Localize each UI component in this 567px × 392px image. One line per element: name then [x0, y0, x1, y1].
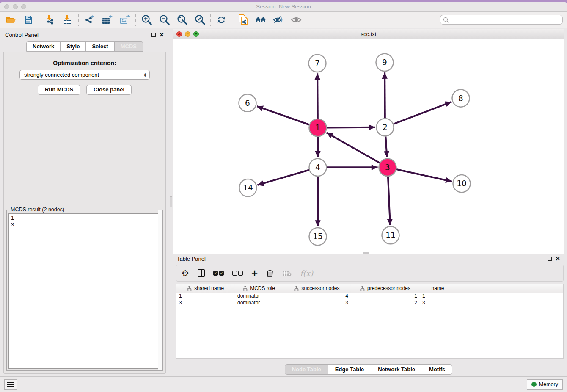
graph-edge-2-8[interactable]: [394, 102, 451, 124]
search-input[interactable]: [449, 17, 560, 23]
control-panel: Control Panel ✕ Network Style Select MCD…: [0, 28, 169, 376]
duplicate-network-icon[interactable]: [237, 14, 248, 25]
network-maximize-button[interactable]: +: [193, 31, 199, 37]
open-file-icon[interactable]: [5, 14, 16, 25]
network-graph[interactable]: 7968124314101511: [173, 39, 564, 254]
delete-column-trash-icon[interactable]: [266, 269, 274, 277]
column-header-successor-nodes[interactable]: successor nodes: [283, 284, 351, 293]
home-icon[interactable]: [255, 14, 266, 25]
mcds-result-text[interactable]: 1 3: [8, 213, 161, 369]
graph-edge-4-14[interactable]: [258, 170, 309, 185]
close-table-panel-icon[interactable]: ✕: [555, 257, 560, 261]
float-table-panel-icon[interactable]: [548, 257, 552, 261]
result-scrollbar[interactable]: [158, 210, 162, 370]
maximize-window-button[interactable]: [21, 4, 26, 9]
graph-node-4[interactable]: 4: [309, 159, 327, 176]
network-close-button[interactable]: ✕: [176, 31, 182, 37]
import-table-icon[interactable]: [62, 14, 73, 25]
optimization-criterion-label: Optimization criterion:: [4, 60, 165, 66]
hide-panel-eye-icon[interactable]: [273, 14, 284, 25]
zoom-selected-icon[interactable]: [194, 14, 205, 25]
memory-status-icon: [531, 382, 537, 387]
graph-edge-1-7[interactable]: [317, 73, 318, 119]
run-mcds-button[interactable]: Run MCDS: [38, 85, 80, 95]
graph-edge-1-6[interactable]: [257, 106, 309, 124]
criterion-value: strongly connected component: [24, 72, 99, 78]
table-row[interactable]: 1 dominator 4 1 1: [176, 293, 563, 299]
close-window-button[interactable]: [4, 4, 9, 9]
split-panel-icon[interactable]: [198, 269, 205, 277]
graph-edge-2-3[interactable]: [385, 136, 387, 157]
graph-edge-3-10[interactable]: [396, 169, 452, 182]
panel-divider[interactable]: [169, 28, 173, 376]
mcds-result-fieldset: MCDS result (2 nodes) 1 3: [6, 210, 163, 371]
table-header-row: shared name MCDS role successor nodes pr…: [176, 284, 563, 293]
tab-mcds[interactable]: MCDS: [114, 41, 143, 52]
show-panel-eye-icon[interactable]: [291, 14, 302, 25]
close-panel-icon[interactable]: ✕: [159, 33, 164, 37]
zoom-in-icon[interactable]: [141, 14, 152, 25]
select-all-columns-icon[interactable]: ✓✓: [213, 271, 224, 276]
window-controls: [4, 4, 26, 9]
main-area: Control Panel ✕ Network Style Select MCD…: [0, 28, 567, 376]
graph-node-9[interactable]: 9: [376, 54, 394, 71]
import-network-icon[interactable]: [44, 14, 55, 25]
tab-edge-table[interactable]: Edge Table: [328, 365, 371, 374]
export-table-icon[interactable]: [102, 14, 113, 25]
node-table: shared name MCDS role successor nodes pr…: [176, 284, 564, 359]
graph-node-15[interactable]: 15: [309, 228, 327, 245]
graph-node-7[interactable]: 7: [309, 55, 326, 72]
svg-text:1: 1: [315, 123, 320, 132]
tab-select[interactable]: Select: [85, 41, 114, 52]
criterion-dropdown[interactable]: strongly connected component ▲▼: [19, 70, 150, 80]
export-network-icon[interactable]: [84, 14, 95, 25]
graph-node-3[interactable]: 3: [379, 159, 396, 176]
svg-text:14: 14: [243, 183, 253, 192]
table-row[interactable]: 3 dominator 3 2 3: [176, 299, 563, 306]
network-minimize-button[interactable]: −: [185, 31, 190, 37]
graph-node-14[interactable]: 14: [239, 179, 257, 196]
tab-network[interactable]: Network: [26, 41, 61, 52]
save-session-icon[interactable]: [23, 14, 34, 25]
table-settings-gear-icon[interactable]: ⚙: [182, 269, 189, 277]
tab-motifs[interactable]: Motifs: [422, 365, 452, 374]
graph-node-11[interactable]: 11: [382, 226, 399, 244]
delete-table-icon[interactable]: [282, 270, 292, 276]
divider-grip[interactable]: [170, 196, 172, 207]
canvas-hscrollbar-thumb[interactable]: [363, 252, 369, 254]
refresh-layout-icon[interactable]: [216, 14, 227, 25]
create-column-icon[interactable]: +: [251, 269, 258, 277]
network-canvas[interactable]: 7968124314101511: [173, 39, 564, 254]
close-panel-button[interactable]: Close panel: [86, 85, 132, 95]
column-header-predecessor-nodes[interactable]: predecessor nodes: [351, 284, 420, 293]
tab-node-table[interactable]: Node Table: [285, 365, 328, 374]
unselect-all-columns-icon[interactable]: [232, 271, 243, 276]
table-panel-title: Table Panel: [177, 256, 206, 262]
svg-text:10: 10: [457, 179, 467, 188]
tab-network-table[interactable]: Network Table: [371, 365, 422, 374]
search-icon: [443, 17, 449, 23]
graph-node-6[interactable]: 6: [239, 94, 256, 112]
task-history-button[interactable]: [4, 379, 17, 390]
column-header-mcds-role[interactable]: MCDS role: [235, 284, 283, 293]
function-builder-icon[interactable]: f(x): [300, 269, 313, 278]
minimize-window-button[interactable]: [13, 4, 18, 9]
svg-text:6: 6: [245, 99, 250, 108]
memory-button[interactable]: Memory: [527, 379, 563, 390]
column-header-name[interactable]: name: [420, 284, 456, 293]
zoom-out-icon[interactable]: [159, 14, 170, 25]
zoom-fit-icon[interactable]: [176, 14, 187, 25]
column-header-shared-name[interactable]: shared name: [176, 284, 235, 293]
float-panel-icon[interactable]: [151, 33, 156, 37]
graph-edge-2-9[interactable]: [385, 72, 385, 118]
svg-text:9: 9: [382, 58, 387, 67]
graph-edge-1-2[interactable]: [327, 127, 375, 128]
graph-edge-3-11[interactable]: [388, 177, 390, 225]
graph-node-10[interactable]: 10: [453, 175, 471, 192]
graph-node-1[interactable]: 1: [309, 119, 327, 136]
graph-node-8[interactable]: 8: [452, 89, 470, 107]
tab-style[interactable]: Style: [60, 41, 86, 52]
graph-edge-3-1[interactable]: [326, 133, 380, 163]
graph-node-2[interactable]: 2: [377, 119, 394, 136]
export-image-icon[interactable]: [119, 14, 130, 25]
